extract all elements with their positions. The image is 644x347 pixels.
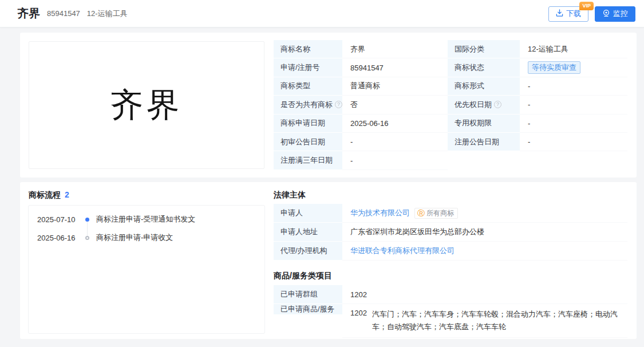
detail-card: 商标流程2 2025-07-10 商标注册申请-受理通知书发文 2025-06-…: [20, 182, 637, 339]
field-label: 商标类型: [274, 77, 342, 96]
timeline-dot-icon: [85, 218, 89, 222]
all-trademarks-label: 所有商标: [426, 208, 454, 218]
field-label-text: 是否为共有商标: [280, 100, 333, 110]
monitor-label: 监控: [613, 9, 628, 19]
field-value: -: [520, 77, 627, 96]
field-label: 是否为共有商标 ?: [274, 96, 342, 114]
table-row: 代理/办理机构 华进联合专利商标代理有限公司: [274, 242, 627, 261]
all-trademarks-badge[interactable]: Ⓡ 所有商标: [414, 208, 458, 219]
download-label: 下载: [566, 9, 581, 19]
timeline-dot-icon: [85, 236, 89, 240]
field-label: 专用权期限: [448, 115, 520, 133]
field-label: 商标形式: [448, 77, 520, 96]
top-header-bar: 齐界 85941547 12-运输工具 下载 VIP 监控: [0, 0, 644, 27]
trademark-info-table: 商标名称 齐界 国际分类 12-运输工具 申请/注册号 85941547 商标状…: [274, 40, 627, 170]
agency-link[interactable]: 华进联合专利商标代理有限公司: [350, 246, 455, 256]
table-row: 申请/注册号 85941547 商标状态 等待实质审查: [274, 58, 627, 77]
page-title: 齐界: [17, 6, 40, 21]
table-row: 申请人 华为技术有限公司 Ⓡ 所有商标: [274, 204, 627, 223]
field-label: 申请/注册号: [274, 58, 342, 77]
process-section-title: 商标流程2: [29, 190, 69, 200]
field-value: -: [342, 151, 448, 169]
group-code: 1202: [342, 290, 372, 299]
vip-badge: VIP: [579, 2, 594, 10]
registration-number: 85941547: [47, 9, 80, 18]
field-label: 代理/办理机构: [274, 242, 342, 261]
field-value: 等待实质审查: [520, 58, 627, 77]
field-value: 85941547: [342, 58, 448, 77]
download-icon: [556, 9, 563, 18]
timeline-item: 2025-06-16 商标注册申请-申请收文: [29, 232, 173, 243]
field-label: 初审公告日期: [274, 133, 342, 151]
field-label: 商标申请日期: [274, 115, 342, 133]
table-row: 商标申请日期 2025-06-16 专用权期限 -: [274, 115, 627, 133]
table-row: 初审公告日期 - 注册公告日期 -: [274, 133, 627, 151]
field-value: 齐界: [342, 40, 448, 58]
field-value: -: [520, 115, 627, 133]
process-count: 2: [65, 190, 69, 199]
legal-table: 申请人 华为技术有限公司 Ⓡ 所有商标 申请人地址 广东省深圳市龙岗区坂田华为总…: [274, 204, 627, 261]
trademark-image: 齐界: [29, 41, 264, 169]
field-value: 1202: [342, 285, 627, 304]
monitor-button[interactable]: 监控: [595, 6, 635, 22]
field-value: -: [520, 96, 627, 114]
field-value: 1202 汽车门；汽车；汽车车身；汽车车轮毂；混合动力汽车；汽车座椅；电动汽车；…: [342, 304, 627, 338]
table-row: 申请人地址 广东省深圳市龙岗区坂田华为总部办公楼: [274, 223, 627, 242]
field-label: 注册满三年日期: [274, 151, 342, 169]
table-row: 商标名称 齐界 国际分类 12-运输工具: [274, 40, 627, 58]
timeline-event: 商标注册申请-受理通知书发文: [96, 214, 195, 224]
field-value: 否: [342, 96, 448, 114]
legal-section-title: 法律主体: [274, 190, 306, 200]
field-value: 华进联合专利商标代理有限公司: [342, 242, 627, 261]
items-code: 1202: [342, 304, 372, 317]
table-row: 已申请商品/服务 1202 汽车门；汽车；汽车车身；汽车车轮毂；混合动力汽车；汽…: [274, 304, 627, 338]
field-label: 国际分类: [448, 40, 520, 58]
table-row: 是否为共有商标 ? 否 优先权日期 ? -: [274, 96, 627, 114]
field-value: 普通商标: [342, 77, 448, 96]
timeline-date: 2025-07-10: [37, 215, 85, 224]
status-badge: 等待实质审查: [528, 61, 580, 74]
process-timeline: 2025-07-10 商标注册申请-受理通知书发文 2025-06-16 商标注…: [28, 205, 265, 334]
applicant-link[interactable]: 华为技术有限公司: [350, 208, 410, 218]
table-row: 注册满三年日期 -: [274, 151, 627, 169]
field-value: -: [520, 133, 627, 151]
field-value: -: [342, 133, 448, 151]
goods-list-text: 汽车门；汽车；汽车车身；汽车车轮毂；混合动力汽车；汽车座椅；电动汽车；自动驾驶汽…: [372, 304, 627, 337]
table-row: 已申请群组 1202: [274, 285, 627, 304]
registered-r-icon: Ⓡ: [417, 210, 425, 217]
field-label: 优先权日期 ?: [448, 96, 520, 114]
header-actions: 下载 VIP 监控: [548, 0, 635, 27]
field-label: 申请人: [274, 204, 342, 223]
field-label: 申请人地址: [274, 223, 342, 242]
field-label: 注册公告日期: [448, 133, 520, 151]
timeline-event: 商标注册申请-申请收文: [96, 232, 173, 243]
timeline-item: 2025-07-10 商标注册申请-受理通知书发文: [29, 214, 195, 225]
field-value: 华为技术有限公司 Ⓡ 所有商标: [342, 204, 627, 223]
goods-table: 已申请群组 1202 已申请商品/服务 1202 汽车门；汽车；汽车车身；汽车车…: [274, 285, 627, 338]
process-title-text: 商标流程: [29, 190, 61, 199]
field-value: 12-运输工具: [520, 40, 627, 58]
table-row: 商标类型 普通商标 商标形式 -: [274, 77, 627, 96]
field-label: 已申请商品/服务: [274, 304, 342, 315]
field-value: 广东省深圳市龙岗区坂田华为总部办公楼: [342, 223, 627, 242]
trademark-image-text: 齐界: [110, 83, 183, 128]
trademark-overview-card: 齐界 商标名称 齐界 国际分类 12-运输工具 申请/注册号 85941547 …: [20, 33, 637, 178]
download-button[interactable]: 下载 VIP: [548, 6, 588, 22]
field-label: 商标名称: [274, 40, 342, 58]
empty-cell: [520, 151, 627, 169]
goods-section-title: 商品/服务类项目: [274, 271, 332, 281]
timeline-date: 2025-06-16: [37, 234, 85, 242]
field-value: 2025-06-16: [342, 115, 448, 133]
help-icon[interactable]: ?: [494, 101, 501, 108]
monitor-camera-icon: [602, 9, 610, 19]
field-label-text: 优先权日期: [455, 100, 492, 110]
empty-cell: [448, 151, 520, 169]
field-label: 已申请群组: [274, 285, 342, 304]
field-label: 商标状态: [448, 58, 520, 77]
category-text: 12-运输工具: [87, 9, 128, 19]
help-icon[interactable]: ?: [335, 101, 342, 108]
